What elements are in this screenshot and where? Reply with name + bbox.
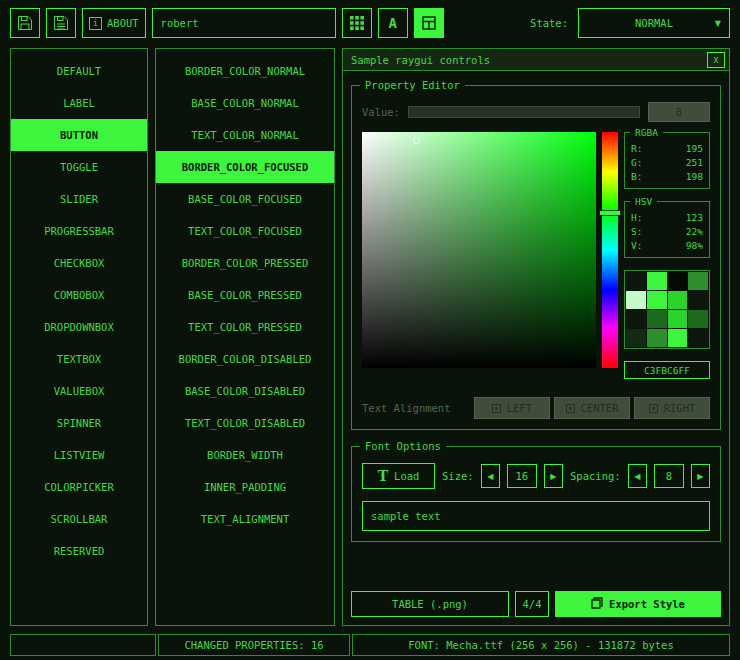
- palette-cell[interactable]: [626, 291, 646, 309]
- list-item-slider[interactable]: SLIDER: [11, 183, 147, 215]
- save-style-button[interactable]: [10, 8, 40, 38]
- list-item-text_color_pressed[interactable]: TEXT_COLOR_PRESSED: [156, 311, 334, 343]
- value-row: Value: 8: [362, 102, 710, 122]
- value-number-box[interactable]: 8: [648, 102, 710, 122]
- palette-cell[interactable]: [688, 291, 708, 309]
- list-item-checkbox[interactable]: CHECKBOX: [11, 247, 147, 279]
- list-item-textbox[interactable]: TEXTBOX: [11, 343, 147, 375]
- value-slider[interactable]: [408, 106, 640, 118]
- hue-marker[interactable]: [599, 210, 621, 216]
- list-item-spinner[interactable]: SPINNER: [11, 407, 147, 439]
- export-style-label: Export Style: [609, 598, 685, 610]
- list-item-combobox[interactable]: COMBOBOX: [11, 279, 147, 311]
- list-item-border_color_disabled[interactable]: BORDER_COLOR_DISABLED: [156, 343, 334, 375]
- list-item-inner_padding[interactable]: INNER_PADDING: [156, 471, 334, 503]
- list-item-toggle[interactable]: TOGGLE: [11, 151, 147, 183]
- palette-cell[interactable]: [626, 329, 646, 347]
- font-atlas-button[interactable]: A: [378, 8, 408, 38]
- saturation-value-panel[interactable]: [362, 132, 596, 368]
- palette-cell[interactable]: [647, 329, 667, 347]
- value-label: Value:: [362, 106, 400, 118]
- style-table-button[interactable]: [342, 8, 372, 38]
- list-item-dropdownbox[interactable]: DROPDOWNBOX: [11, 311, 147, 343]
- list-item-text_color_disabled[interactable]: TEXT_COLOR_DISABLED: [156, 407, 334, 439]
- save-as-style-button[interactable]: [46, 8, 76, 38]
- list-item-border_color_normal[interactable]: BORDER_COLOR_NORMAL: [156, 55, 334, 87]
- sample-window-title: Sample raygui controls: [351, 54, 490, 66]
- palette-cell[interactable]: [688, 272, 708, 290]
- font-t-icon: T: [378, 468, 388, 484]
- palette-cell[interactable]: [688, 310, 708, 328]
- rgba-g-line: G: 251: [631, 156, 703, 170]
- palette-cell[interactable]: [668, 310, 688, 328]
- size-increase-button[interactable]: ▶: [544, 464, 563, 488]
- hsv-v-line: V: 98%: [631, 239, 703, 253]
- list-item-reserved[interactable]: RESERVED: [11, 535, 147, 567]
- spacing-increase-button[interactable]: ▶: [691, 464, 710, 488]
- palette-cell[interactable]: [626, 310, 646, 328]
- list-item-label[interactable]: LABEL: [11, 87, 147, 119]
- style-name-input[interactable]: [152, 8, 336, 38]
- font-options-title: Font Options: [360, 440, 446, 452]
- list-item-base_color_pressed[interactable]: BASE_COLOR_PRESSED: [156, 279, 334, 311]
- list-item-scrollbar[interactable]: SCROLLBAR: [11, 503, 147, 535]
- property-editor-title: Property Editor: [360, 79, 465, 91]
- size-value-box[interactable]: 16: [507, 464, 537, 488]
- pages-value-box[interactable]: 4/4: [515, 591, 549, 617]
- font-load-button[interactable]: T Load: [362, 463, 435, 489]
- list-item-button[interactable]: BUTTON: [11, 119, 147, 151]
- palette-cell[interactable]: [647, 291, 667, 309]
- list-item-default[interactable]: DEFAULT: [11, 55, 147, 87]
- main-area: DEFAULTLABELBUTTONTOGGLESLIDERPROGRESSBA…: [0, 44, 740, 634]
- list-item-listview[interactable]: LISTVIEW: [11, 439, 147, 471]
- sample-text-input[interactable]: [362, 501, 710, 531]
- s-label: S:: [631, 225, 642, 239]
- list-item-text_alignment[interactable]: TEXT_ALIGNMENT: [156, 503, 334, 535]
- list-item-base_color_focused[interactable]: BASE_COLOR_FOCUSED: [156, 183, 334, 215]
- close-button[interactable]: x: [707, 52, 725, 68]
- align-center-icon: [566, 404, 575, 413]
- palette-cell[interactable]: [668, 272, 688, 290]
- list-item-border_color_pressed[interactable]: BORDER_COLOR_PRESSED: [156, 247, 334, 279]
- hex-value-box[interactable]: C3FBC6FF: [624, 361, 710, 379]
- list-item-valuebox[interactable]: VALUEBOX: [11, 375, 147, 407]
- h-label: H:: [631, 211, 642, 225]
- export-style-button[interactable]: Export Style: [555, 591, 721, 617]
- palette-cell[interactable]: [688, 329, 708, 347]
- list-item-base_color_normal[interactable]: BASE_COLOR_NORMAL: [156, 87, 334, 119]
- about-button[interactable]: i ABOUT: [82, 8, 146, 38]
- size-decrease-button[interactable]: ◀: [481, 464, 500, 488]
- state-group: State: NORMAL ▼: [530, 8, 730, 38]
- arrow-left-icon: ◀: [487, 472, 493, 481]
- text-alignment-row: Text Alignment LEFT CENTER RIGHT: [362, 397, 710, 419]
- list-item-border_width[interactable]: BORDER_WIDTH: [156, 439, 334, 471]
- palette-cell[interactable]: [668, 329, 688, 347]
- g-label: G:: [631, 156, 642, 170]
- palette-cell[interactable]: [626, 272, 646, 290]
- palette-cell[interactable]: [668, 291, 688, 309]
- state-dropdown[interactable]: NORMAL ▼: [578, 8, 730, 38]
- export-format-dropdown[interactable]: TABLE (.png): [351, 591, 509, 617]
- sample-window-titlebar[interactable]: Sample raygui controls x: [343, 49, 729, 71]
- list-item-base_color_disabled[interactable]: BASE_COLOR_DISABLED: [156, 375, 334, 407]
- hue-bar[interactable]: [602, 132, 618, 368]
- list-item-text_color_normal[interactable]: TEXT_COLOR_NORMAL: [156, 119, 334, 151]
- align-center-button[interactable]: CENTER: [554, 397, 630, 419]
- info-icon: i: [89, 17, 102, 30]
- spacing-value-box[interactable]: 8: [654, 464, 684, 488]
- align-left-button[interactable]: LEFT: [474, 397, 550, 419]
- align-right-button[interactable]: RIGHT: [634, 397, 710, 419]
- palette-cell[interactable]: [647, 272, 667, 290]
- list-item-text_color_focused[interactable]: TEXT_COLOR_FOCUSED: [156, 215, 334, 247]
- list-item-colorpicker[interactable]: COLORPICKER: [11, 471, 147, 503]
- toolbar: i ABOUT A State: NORMAL ▼: [0, 0, 740, 44]
- color-selector-marker[interactable]: [413, 137, 420, 144]
- controls-view-button[interactable]: [414, 8, 444, 38]
- spacing-decrease-button[interactable]: ◀: [628, 464, 647, 488]
- font-options-group: Font Options T Load Size: ◀ 16 ▶: [351, 446, 721, 542]
- b-value: 198: [686, 170, 703, 184]
- palette-cell[interactable]: [647, 310, 667, 328]
- list-item-border_color_focused[interactable]: BORDER_COLOR_FOCUSED: [156, 151, 334, 183]
- list-item-progressbar[interactable]: PROGRESSBAR: [11, 215, 147, 247]
- export-icon: [591, 597, 603, 611]
